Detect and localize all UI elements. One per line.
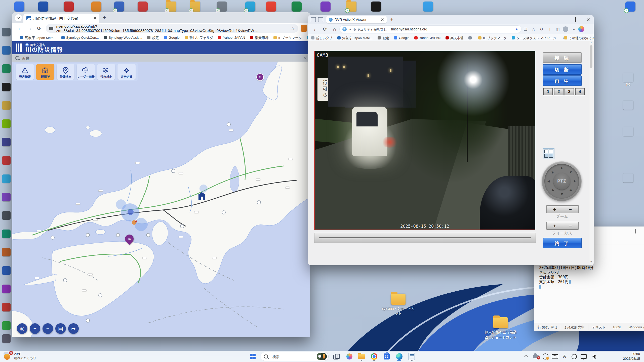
river-map[interactable]: ≋ ≋ 発表情報 観測所 登録地点 レーダー雨量 — [12, 62, 310, 337]
desktop-icon[interactable] — [2, 174, 11, 183]
bookmark-item[interactable]: Google — [394, 35, 409, 40]
observatory-marker[interactable]: ≋ — [256, 73, 264, 81]
river-name-chip[interactable] — [93, 219, 98, 221]
desktop-icon[interactable] — [371, 2, 381, 12]
river-name-chip[interactable] — [82, 289, 87, 291]
desktop-icon[interactable] — [2, 303, 11, 311]
minimize-button[interactable] — [619, 228, 630, 235]
river-name-chip[interactable] — [135, 162, 140, 164]
desktop-icon[interactable] — [14, 2, 24, 12]
desktop-icon[interactable] — [2, 46, 11, 55]
river-name-chip[interactable] — [37, 230, 41, 232]
quad-view-button[interactable] — [543, 148, 554, 159]
start-button[interactable] — [248, 352, 258, 361]
river-name-chip[interactable] — [229, 129, 233, 131]
bookmark-item[interactable]: ソースネクスト マイページ — [512, 35, 556, 40]
desktop-icon[interactable] — [2, 248, 11, 256]
desktop-icon[interactable] — [2, 193, 11, 201]
channel-3-button[interactable]: 3 — [565, 88, 574, 95]
bookmark-star-icon[interactable]: ☆ — [291, 26, 295, 31]
desktop-icon[interactable] — [2, 230, 11, 238]
address-bar[interactable]: river.go.jp/kawabou/mb?zm=8&clat=34.9985… — [46, 24, 298, 33]
zoom-in-button[interactable]: + — [30, 323, 40, 334]
network-icon[interactable] — [580, 352, 588, 361]
close-button[interactable] — [581, 16, 592, 23]
tab-close-icon[interactable] — [93, 16, 97, 20]
close-button[interactable] — [641, 228, 644, 235]
ptz-up-arrow[interactable]: ▲ — [560, 166, 564, 170]
desktop-icon[interactable]: ✓ — [346, 2, 356, 12]
river-name-chip[interactable] — [288, 158, 293, 160]
tray-overflow-chevron[interactable] — [522, 352, 530, 361]
bookmark-item[interactable]: 楽天市場 — [446, 35, 463, 40]
ptz-down-arrow[interactable]: ▲ — [560, 193, 564, 197]
nav-registered-points-button[interactable]: 登録地点 — [57, 64, 75, 80]
river-name-chip[interactable] — [179, 236, 183, 238]
bookmark-item[interactable]: 楽天市場 — [250, 35, 268, 40]
edge-button[interactable] — [394, 352, 404, 361]
bookmark-star-filled-icon[interactable]: ★ — [515, 27, 518, 31]
river-name-chip[interactable] — [179, 172, 183, 174]
profile-avatar[interactable] — [563, 26, 568, 32]
desktop-icon[interactable] — [2, 285, 11, 293]
tab-actions-icon[interactable] — [318, 17, 323, 22]
more-menu-icon[interactable]: ⋯ — [570, 27, 577, 32]
play-button[interactable]: 再 生 — [543, 75, 582, 86]
nav-observatories-button[interactable]: 観測所 — [36, 64, 54, 80]
desktop-icon[interactable]: ✓ — [245, 2, 255, 12]
desktop-icon[interactable] — [2, 156, 11, 165]
station-house-marker[interactable] — [198, 195, 205, 200]
desktop-icon[interactable] — [292, 2, 302, 12]
river-name-chip[interactable] — [285, 187, 290, 189]
maximize-button[interactable] — [630, 228, 641, 235]
bookmark-item[interactable]: Google — [164, 35, 180, 40]
desktop-icon[interactable] — [2, 119, 11, 128]
downloads-icon[interactable]: ↓ — [546, 27, 553, 31]
desktop-icon[interactable] — [2, 101, 11, 110]
extension-icon[interactable] — [301, 25, 307, 32]
bookmark-item[interactable]: Yahoo! JAPAN — [218, 35, 245, 40]
new-tab-button[interactable]: + — [101, 15, 107, 21]
desktop-icon[interactable] — [38, 2, 48, 12]
back-button[interactable]: ← — [312, 26, 319, 32]
desktop-icon[interactable] — [91, 2, 101, 12]
river-name-chip[interactable] — [212, 257, 217, 259]
nav-radar-rain-button[interactable]: レーダー雨量 — [77, 64, 95, 80]
copilot-icon[interactable] — [578, 26, 584, 32]
favorites-icon[interactable]: ☆ — [530, 27, 537, 32]
desktop-icon[interactable] — [2, 211, 11, 220]
desktop-icon[interactable] — [138, 2, 148, 12]
camera-video[interactable]: 行可ら CAM3 2025-08-15 20:50:12 — [314, 51, 535, 230]
bookmark-item[interactable]: 気象庁 Japan Mete... — [337, 35, 373, 40]
reload-button[interactable]: ⟳ — [321, 26, 329, 32]
onedrive-error-icon[interactable]: ✕ — [532, 352, 540, 361]
taskbar-clock[interactable]: 20:50 2025/08/15 — [623, 352, 640, 361]
river-name-chip[interactable] — [194, 211, 199, 213]
search-clear-icon[interactable] — [304, 56, 307, 60]
new-tab-button[interactable]: + — [389, 17, 395, 23]
bookmark-item[interactable]: 設定 — [378, 35, 389, 40]
channel-4-button[interactable]: 4 — [575, 88, 585, 95]
desktop-icon[interactable] — [2, 28, 11, 36]
desktop-folder-shortcut[interactable]: 無人販売不正行為動画 - ショートカット — [484, 317, 517, 339]
home-button[interactable]: ⌂ — [331, 26, 338, 32]
back-button[interactable]: ← — [16, 25, 24, 31]
desktop-icon[interactable] — [622, 127, 634, 137]
desktop-folder-shortcut[interactable]: syasinn - ショートカット — [382, 294, 415, 316]
channel-1-button[interactable]: 1 — [543, 88, 553, 95]
ie-reload-icon[interactable]: ◫ — [554, 27, 561, 32]
water-level-pin-marker[interactable]: ≋ — [123, 233, 135, 245]
connect-button[interactable]: 接 続 — [543, 52, 582, 63]
site-settings-icon[interactable] — [49, 27, 53, 30]
ptz-left-arrow[interactable]: ▲ — [546, 179, 550, 183]
desktop-icon[interactable]: PC — [622, 73, 634, 86]
bookmark-item[interactable]: IEブックマーク — [273, 35, 302, 40]
focus-assist-icon[interactable] — [570, 352, 578, 361]
desktop-icon[interactable] — [2, 321, 11, 330]
desktop-icon[interactable] — [2, 83, 11, 91]
notepad-button[interactable] — [407, 352, 417, 361]
desktop-icon[interactable] — [64, 2, 74, 12]
river-name-chip[interactable] — [35, 277, 39, 279]
dvr-tab[interactable]: DVR ActiveX Viewer — [326, 16, 387, 23]
maximize-button[interactable] — [570, 16, 581, 23]
